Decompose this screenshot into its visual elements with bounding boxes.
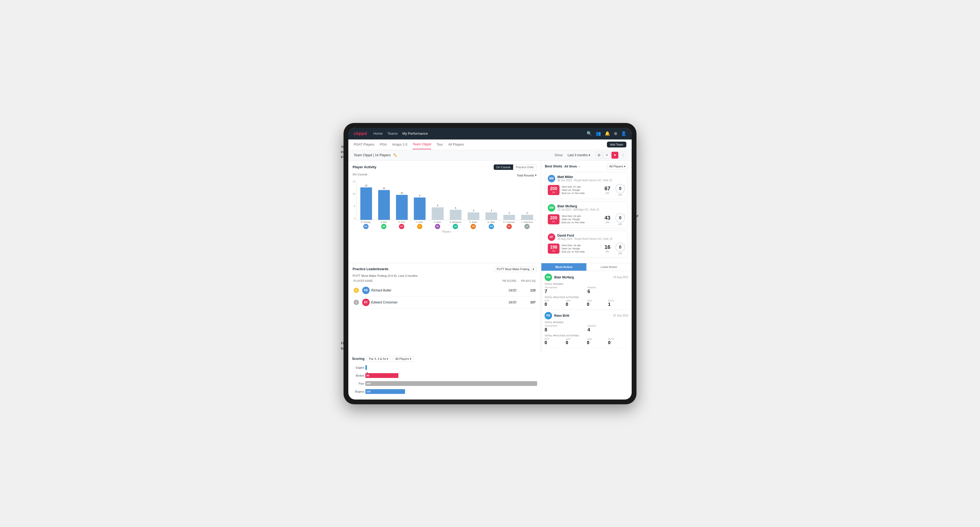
shot-player-name-1: Blair McHarg bbox=[557, 205, 599, 208]
shot-card-0[interactable]: MM Matt Miller 09 Jun 2023 · Royal North… bbox=[545, 172, 628, 199]
activity-avatar-0: BM bbox=[545, 274, 552, 281]
subnav-hcaps[interactable]: Hcaps 1-5 bbox=[392, 140, 407, 149]
x-label-9: L. Robertson bbox=[519, 221, 536, 223]
subnav-pga[interactable]: PGA bbox=[380, 140, 387, 149]
leaderboard-row-0[interactable]: 1 RB Richard Butler 19/20 110 bbox=[353, 284, 536, 297]
search-icon[interactable]: 🔍 bbox=[587, 131, 592, 136]
all-players-dropdown[interactable]: All Players ▾ bbox=[607, 163, 628, 169]
bar-group-6[interactable]: 3 bbox=[465, 209, 482, 220]
nav-link-performance[interactable]: My Performance bbox=[402, 130, 428, 137]
shot-chevron-1[interactable]: › bbox=[624, 213, 625, 217]
scoring-row-2: Pars 499 bbox=[365, 380, 538, 387]
best-shots-tabs: All Shots ▾ bbox=[564, 165, 580, 168]
x-label-7: M. Miller bbox=[483, 221, 500, 223]
bar-group-8[interactable]: 2 bbox=[501, 211, 518, 220]
most-active-tab[interactable]: Most Active bbox=[541, 263, 586, 271]
lb-player-info-1: EC Edward Crossman bbox=[362, 298, 497, 306]
scoring-title: Scoring bbox=[352, 357, 364, 360]
shot-meta-2: 24 Aug 2023 · Royal North Devon GC, Hole… bbox=[557, 237, 612, 240]
shot-chevron-0[interactable]: › bbox=[624, 183, 625, 187]
lb-avatar-1: EC bbox=[362, 298, 370, 306]
subnav-team-clippd[interactable]: Team Clippd bbox=[412, 140, 431, 149]
shot-details-2: 198 SG Shot Dist: 16 yds Start Lie: Roug… bbox=[548, 243, 625, 255]
all-shots-tab[interactable]: All Shots bbox=[564, 165, 577, 168]
lb-player-name-1: Edward Crossman bbox=[371, 300, 398, 304]
bar-group-5[interactable]: 4 bbox=[447, 206, 464, 220]
shot-badge-1: 200 SG bbox=[548, 214, 560, 224]
bar-group-7[interactable]: 3 bbox=[483, 209, 500, 220]
shot-badge-0: 200 SG bbox=[548, 185, 560, 195]
sub-navigation: PGAT Players PGA Hcaps 1-5 Team Clippd T… bbox=[348, 140, 632, 150]
x-axis-label: Players bbox=[356, 230, 536, 233]
x-label-6: R. Butler bbox=[465, 221, 482, 223]
x-label-1: B. Britt bbox=[375, 221, 392, 223]
activity-date-1: 02 Sep 2023 bbox=[613, 314, 628, 317]
leaderboard-row-1[interactable]: 2 EC Edward Crossman 18/20 107 bbox=[353, 297, 536, 308]
least-active-tab[interactable]: Least Active bbox=[586, 263, 632, 271]
player-avatar-1: BB bbox=[381, 224, 387, 229]
tablet-screen: clippd Home Teams My Performance 🔍 👥 🔔 ⊕… bbox=[348, 128, 632, 400]
add-icon[interactable]: ⊕ bbox=[614, 131, 617, 136]
nav-link-teams[interactable]: Teams bbox=[387, 130, 398, 137]
bars-container: 1312109543322 bbox=[356, 180, 536, 220]
grid-view-icon[interactable]: ⊞ bbox=[595, 152, 602, 159]
chart-area: 1312109543322 B. McHargB. BrittD. FordJ.… bbox=[356, 180, 536, 233]
shot-card-2[interactable]: DF David Ford 24 Aug 2023 · Royal North … bbox=[545, 230, 628, 258]
best-shots-panel: Best Shots All Shots ▾ All Players ▾ MM … bbox=[541, 160, 632, 263]
scoring-chart: Eagles 3 Birdies 96 Pars 499 Bogeys 115 bbox=[352, 364, 538, 395]
x-label-3: J. Coles bbox=[411, 221, 428, 223]
chart-section-label: On Course bbox=[353, 173, 368, 176]
player-activity-panel: Player Activity On Course Practice Drill… bbox=[348, 160, 541, 263]
subnav-tour[interactable]: Tour bbox=[436, 140, 443, 149]
nav-links: Home Teams My Performance bbox=[373, 130, 580, 137]
show-select[interactable]: Last 3 months ▾ bbox=[568, 153, 590, 157]
bar-group-2[interactable]: 10 bbox=[393, 192, 410, 220]
logo[interactable]: clippd bbox=[354, 131, 367, 136]
bell-icon[interactable]: 🔔 bbox=[605, 131, 610, 136]
activity-player-row-0: BM Blair McHarg 26 Aug 2023 Total Rounds… bbox=[545, 274, 628, 310]
add-team-button[interactable]: Add Team bbox=[607, 141, 626, 148]
player-avatar-6: RB bbox=[471, 224, 476, 229]
player-avatar-9: LR bbox=[524, 224, 530, 229]
lb-avatar-0: RB bbox=[362, 287, 370, 294]
scoring-bar-1: 96 bbox=[365, 373, 398, 378]
profile-icon[interactable]: 👤 bbox=[621, 131, 626, 136]
scoring-row-3: Bogeys 115 bbox=[365, 388, 538, 395]
settings-view-icon[interactable]: ⋮ bbox=[619, 152, 626, 159]
users-icon[interactable]: 👥 bbox=[596, 131, 601, 136]
bar-group-3[interactable]: 9 bbox=[412, 194, 428, 220]
shot-card-1[interactable]: BM Blair McHarg 23 Jul 2023 · Ashridge G… bbox=[545, 201, 628, 229]
toggle-practice[interactable]: Practice Drills bbox=[513, 165, 536, 170]
shot-meta-0: 09 Jun 2023 · Royal North Devon GC, Hole… bbox=[557, 179, 612, 182]
subnav-pgat[interactable]: PGAT Players bbox=[354, 140, 374, 149]
heart-view-icon[interactable]: ♥ bbox=[611, 152, 618, 159]
bar-group-0[interactable]: 13 bbox=[358, 184, 374, 220]
practice-leaderboards-panel: Practice Leaderboards PUTT Must Make Put… bbox=[348, 263, 541, 353]
bar-group-1[interactable]: 12 bbox=[375, 187, 392, 220]
shot-chevron-2[interactable]: › bbox=[624, 242, 625, 246]
player-avatar-3: JC bbox=[417, 224, 422, 229]
lb-player-info-0: RB Richard Butler bbox=[362, 287, 497, 294]
par-dropdown[interactable]: Par 3, 4 & 5s ▾ bbox=[367, 356, 391, 362]
subnav-all-players[interactable]: All Players bbox=[448, 140, 464, 149]
chart-dropdown[interactable]: Total Rounds ▾ bbox=[517, 173, 536, 177]
bar-group-4[interactable]: 5 bbox=[429, 204, 446, 220]
practice-drill-dropdown[interactable]: PUTT Must Make Putting... ▾ bbox=[494, 267, 536, 272]
y-axis: 15 10 5 0 bbox=[353, 180, 356, 220]
nav-link-home[interactable]: Home bbox=[373, 130, 383, 137]
bar-group-9[interactable]: 2 bbox=[519, 211, 536, 220]
scoring-all-players-dropdown[interactable]: All Players ▾ bbox=[393, 356, 414, 362]
shot-info-2: Shot Dist: 16 yds Start Lie: Rough End L… bbox=[562, 244, 600, 253]
best-shots-header: Best Shots All Shots ▾ All Players ▾ bbox=[545, 163, 628, 169]
best-shots-title: Best Shots bbox=[545, 165, 562, 168]
activity-player-row-1: RB Rees Britt 02 Sep 2023 Total Rounds T… bbox=[545, 312, 628, 348]
lb-avg-0: 110 bbox=[520, 289, 536, 292]
avatar-row: BMBBDFJCEEGBRBMMECLR bbox=[356, 223, 536, 229]
toggle-on-course[interactable]: On Course bbox=[494, 165, 513, 170]
player-avatar-4: EE bbox=[435, 224, 440, 229]
tablet-frame: clippd Home Teams My Performance 🔍 👥 🔔 ⊕… bbox=[344, 123, 636, 404]
list-view-icon[interactable]: ≡ bbox=[603, 152, 610, 159]
player-avatar-2: DF bbox=[399, 224, 404, 229]
activity-panel: Most Active Least Active BM Blair McHarg… bbox=[541, 263, 632, 353]
edit-team-icon[interactable]: ✏️ bbox=[393, 153, 397, 157]
